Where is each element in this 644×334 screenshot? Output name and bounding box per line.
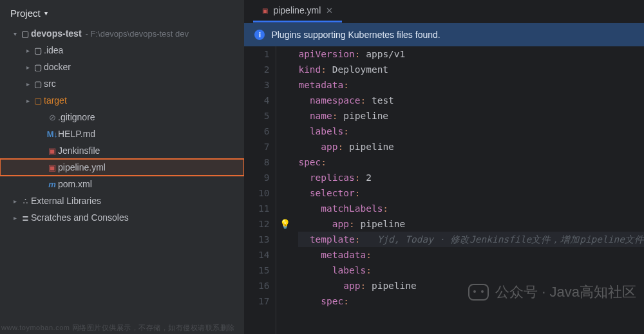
line-gutter: 1234567891011121314151617 [244,46,276,334]
banner-text: Plugins supporting Kubernetes files foun… [271,30,440,40]
tree-item-pom-xml[interactable]: mpom.xml [0,176,244,192]
code-line-13[interactable]: template: Yjd, Today · 修改Jenkinsfile文件，增… [298,232,644,247]
root-path: - F:\devops\devops-test dev [86,29,189,39]
close-icon[interactable]: ✕ [326,6,333,15]
code-line-16[interactable]: app: pipeline [298,278,644,293]
editor-area: ▣ pipeline.yml ✕ i Plugins supporting Ku… [244,0,644,334]
bulb-icon[interactable]: 💡 [279,216,290,232]
gutter-icons: 💡 [276,46,293,334]
code-line-5[interactable]: name: pipeline [298,108,644,124]
external-libraries[interactable]: ▸ ⛬ External Libraries [0,192,244,209]
expand-icon[interactable]: ▸ [23,47,32,54]
tab-label: pipeline.yml [273,5,321,15]
tree-item-docker[interactable]: ▸▢docker [0,59,244,75]
code-line-8[interactable]: spec: [298,154,644,170]
yaml-icon: ▣ [46,163,58,172]
tree-item-HELP-md[interactable]: M↓HELP.md [0,125,244,142]
project-header[interactable]: Project ▾ [0,0,244,25]
maven-icon: m [46,180,58,189]
code-line-7[interactable]: app: pipeline [298,139,644,154]
scratch-icon: ≣ [19,213,31,223]
scratches-consoles[interactable]: ▸ ≣ Scratches and Consoles [0,209,244,226]
project-tree: ▾ ▢ devops-test - F:\devops\devops-test … [0,25,244,334]
expand-icon[interactable]: ▸ [23,80,32,88]
code-editor[interactable]: 1234567891011121314151617 💡 apiVersion: … [244,46,644,334]
code-line-6[interactable]: labels: [298,124,644,139]
notification-banner[interactable]: i Plugins supporting Kubernetes files fo… [244,23,644,46]
collapse-icon[interactable]: ▾ [10,30,19,37]
tree-item-pipeline-yml[interactable]: ▣pipeline.yml [0,159,244,176]
project-title: Project [10,8,41,19]
code-line-11[interactable]: matchLabels: [298,201,644,216]
yaml-icon: ▣ [46,146,58,156]
markdown-icon: M↓ [46,129,58,139]
tree-item--idea[interactable]: ▸▢.idea [0,42,244,59]
code-line-1[interactable]: apiVersion: apps/v1 [298,46,644,62]
code-line-4[interactable]: namespace: test [298,93,644,108]
expand-icon[interactable]: ▸ [10,214,19,221]
tree-root[interactable]: ▾ ▢ devops-test - F:\devops\devops-test … [0,25,244,42]
tree-item-Jenkinsfile[interactable]: ▣Jenkinsfile [0,142,244,159]
editor-tabs: ▣ pipeline.yml ✕ [244,0,644,23]
info-icon: i [254,30,265,40]
root-label: devops-test [31,28,82,39]
code-line-3[interactable]: metadata: [298,77,644,93]
footer-note: www.toymoban.com 网络图片仅供展示，不存储，如有侵权请联系删除 [1,323,235,333]
tab-pipeline-yml[interactable]: ▣ pipeline.yml ✕ [253,0,342,23]
code-line-14[interactable]: metadata: [298,247,644,263]
code-line-10[interactable]: selector: [298,185,644,201]
yaml-icon: ▣ [262,7,268,14]
code-content[interactable]: apiVersion: apps/v1kind: Deploymentmetad… [293,46,644,334]
tree-item--gitignore[interactable]: ⊘.gitignore [0,109,244,125]
code-line-2[interactable]: kind: Deployment [298,62,644,77]
expand-icon[interactable]: ▸ [23,64,32,71]
module-icon: ▢ [19,29,31,39]
gitignore-icon: ⊘ [46,113,58,122]
folder-icon: ▢ [32,96,44,106]
chevron-down-icon: ▾ [44,10,48,17]
expand-icon[interactable]: ▸ [23,97,32,104]
code-line-12[interactable]: app: pipeline [298,216,644,232]
tree-item-target[interactable]: ▸▢target [0,92,244,109]
project-sidebar: Project ▾ ▾ ▢ devops-test - F:\devops\de… [0,0,244,334]
tree-item-src[interactable]: ▸▢src [0,75,244,92]
folder-icon: ▢ [32,62,44,72]
folder-icon: ▢ [32,46,44,55]
code-line-9[interactable]: replicas: 2 [298,170,644,185]
code-line-17[interactable]: spec: [298,293,644,309]
expand-icon[interactable]: ▸ [10,198,19,205]
folder-icon: ▢ [32,79,44,89]
library-icon: ⛬ [19,196,31,206]
code-line-15[interactable]: labels: [298,263,644,278]
